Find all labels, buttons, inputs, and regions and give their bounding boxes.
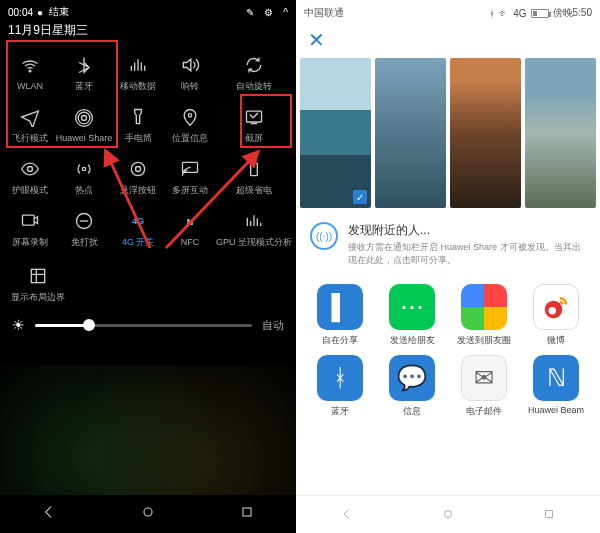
share-app-label: 自在分享 (322, 334, 358, 347)
record-dot-icon: ● (37, 7, 43, 18)
notice-title: 发现附近的人... (348, 222, 586, 239)
edit-icon[interactable]: ✎ (246, 7, 254, 18)
share-targets-grid: ▌自在分享⋯发送给朋友发送到朋友圈微博ᚼ蓝牙💬信息✉电子邮件ℕHuawei Be… (296, 276, 600, 418)
nav-recents-button[interactable] (542, 507, 556, 523)
share-app-icon: 💬 (389, 355, 435, 401)
share-icon (73, 107, 95, 129)
quick-tile-record[interactable]: 屏幕录制 (4, 203, 56, 255)
share-target[interactable]: 微博 (522, 284, 590, 347)
wifi-icon (19, 55, 41, 77)
quick-tile-plane[interactable]: 飞行模式 (4, 99, 56, 151)
quick-tile-torch[interactable]: 手电筒 (112, 99, 164, 151)
share-app-label: 发送给朋友 (390, 334, 435, 347)
eye-icon (19, 158, 41, 180)
svg-point-8 (132, 162, 145, 175)
svg-rect-12 (22, 215, 34, 225)
quick-tile-label: 免打扰 (71, 236, 98, 249)
quick-tile-dnd[interactable]: 免打扰 (56, 203, 113, 255)
share-app-icon: ✉ (461, 355, 507, 401)
photo-thumbnails (296, 58, 600, 208)
svg-text:4G: 4G (132, 216, 144, 226)
quick-tile-cell[interactable]: 移动数据 (112, 47, 164, 99)
share-app-icon (533, 284, 579, 330)
share-target[interactable]: ⋯发送给朋友 (378, 284, 446, 347)
huawei-share-notice: ((·)) 发现附近的人... 接收方需在通知栏开启 Huawei Share … (296, 208, 600, 276)
quick-tile-location[interactable]: 位置信息 (164, 99, 216, 151)
quick-tile-wifi[interactable]: WLAN (4, 47, 56, 99)
share-target[interactable]: 发送到朋友圈 (450, 284, 518, 347)
share-app-icon: ▌ (317, 284, 363, 330)
panel-date: 11月9日星期三 (0, 20, 296, 45)
share-app-label: Huawei Beam (528, 405, 584, 415)
share-app-label: 微博 (547, 334, 565, 347)
quick-tile-label: 飞行模式 (12, 132, 48, 145)
quick-tile-layout-bounds[interactable]: 显示布局边界 (10, 261, 66, 307)
quick-tile-float[interactable]: 悬浮按钮 (112, 151, 164, 203)
quick-tile-label: 热点 (75, 184, 93, 197)
photo-thumb[interactable] (450, 58, 521, 208)
quick-tile-label: 显示布局边界 (11, 291, 65, 304)
battery-icon (531, 9, 549, 18)
quick-tile-bluetooth[interactable]: 蓝牙 (56, 47, 113, 99)
record-icon (19, 210, 41, 232)
svg-point-1 (82, 116, 87, 121)
brightness-row: ☀ 自动 (0, 307, 296, 339)
quick-tile-label: 多屏互动 (172, 184, 208, 197)
quick-tile-4g[interactable]: 4G4G 开关 (112, 203, 164, 255)
share-app-icon: ᚼ (317, 355, 363, 401)
quick-tile-gpu[interactable]: GPU 呈现模式分析 (216, 203, 292, 255)
svg-rect-20 (243, 508, 251, 516)
network-label: 4G (513, 8, 526, 19)
quick-tile-rotate[interactable]: 自动旋转 (216, 47, 292, 99)
svg-point-7 (82, 167, 85, 170)
carrier-label: 中国联通 (304, 6, 344, 20)
nav-recents-button[interactable] (239, 504, 255, 522)
share-target[interactable]: ✉电子邮件 (450, 355, 518, 418)
torch-icon (127, 106, 149, 128)
quick-tile-hotspot[interactable]: 热点 (56, 151, 113, 203)
battery-icon (243, 158, 265, 180)
quick-tile-eye[interactable]: 护眼模式 (4, 151, 56, 203)
share-app-icon (461, 284, 507, 330)
quick-tile-miracast[interactable]: 多屏互动 (164, 151, 216, 203)
nav-home-button[interactable] (140, 504, 156, 522)
quick-tile-screenshot[interactable]: 截屏 (216, 99, 292, 151)
signal-icon: ᯤ (499, 8, 509, 19)
quick-tile-share[interactable]: Huawei Share (56, 99, 113, 151)
nav-back-button[interactable] (340, 507, 354, 523)
share-target[interactable]: 💬信息 (378, 355, 446, 418)
quick-tile-label: 响铃 (181, 80, 199, 93)
svg-point-6 (27, 166, 32, 171)
nav-back-button[interactable] (41, 504, 57, 522)
miracast-icon (179, 158, 201, 180)
photo-thumb[interactable] (525, 58, 596, 208)
quick-tile-label: 4G 开关 (122, 236, 155, 249)
gpu-icon (243, 210, 265, 232)
4g-icon: 4G (127, 210, 149, 232)
brightness-auto-toggle[interactable]: 自动 (262, 318, 284, 333)
quick-tile-sound[interactable]: 响铃 (164, 47, 216, 99)
collapse-icon[interactable]: ^ (283, 7, 288, 18)
close-button[interactable]: ✕ (296, 22, 600, 58)
quick-tile-battery[interactable]: 超级省电 (216, 151, 292, 203)
share-app-label: 发送到朋友圈 (457, 334, 511, 347)
status-bar: 00:04 ● 结束 ✎ ⚙ ^ (0, 0, 296, 20)
brightness-slider[interactable] (35, 324, 252, 327)
nav-home-button[interactable] (441, 507, 455, 523)
share-app-icon: ⋯ (389, 284, 435, 330)
quick-tile-nfc[interactable]: NNFC (164, 203, 216, 255)
svg-rect-16 (31, 269, 44, 282)
share-app-label: 蓝牙 (331, 405, 349, 418)
photo-thumb[interactable] (300, 58, 371, 208)
svg-point-9 (136, 166, 141, 171)
share-target[interactable]: ᚼ蓝牙 (306, 355, 374, 418)
share-target[interactable]: ▌自在分享 (306, 284, 374, 347)
layout-bounds-icon (27, 265, 49, 287)
svg-point-4 (188, 113, 191, 116)
share-target[interactable]: ℕHuawei Beam (522, 355, 590, 418)
end-recording-button[interactable]: 结束 (49, 5, 69, 19)
settings-icon[interactable]: ⚙ (264, 7, 273, 18)
photo-thumb[interactable] (375, 58, 446, 208)
svg-point-19 (144, 508, 152, 516)
location-icon (179, 106, 201, 128)
